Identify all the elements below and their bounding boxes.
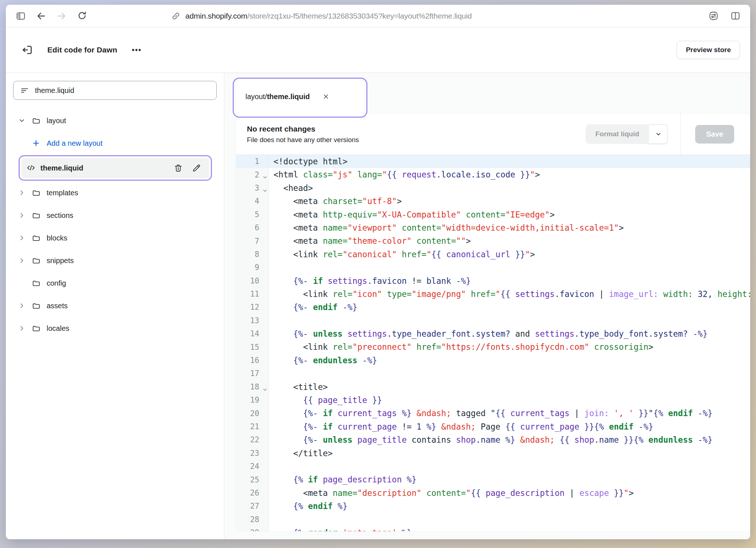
code-line-26[interactable]: <meta name="description" content="{{ pag… [269,486,750,500]
code-line-20[interactable]: {%- if current_tags %} &ndash; tagged "{… [269,407,750,420]
fold-toggle[interactable] [263,173,267,181]
tree-chevron[interactable] [18,257,25,264]
sidebar-item-sections[interactable]: sections [13,204,217,227]
tab-close-icon[interactable] [322,93,330,100]
tree-label: templates [47,189,78,197]
tree-chevron[interactable] [18,302,25,309]
selected-file-annotation: theme.liquid [19,155,212,181]
tree-label: locales [47,324,69,333]
panel-header: No recent changes File does not have any… [236,114,750,155]
sidebar-item-config[interactable]: config [13,272,217,294]
reload-icon[interactable] [76,10,88,22]
code-content[interactable]: <!doctype html><html class="js" lang="{{… [269,155,750,531]
code-line-28[interactable] [269,513,750,526]
rename-icon [192,164,201,173]
code-line-19[interactable]: {{ page_title }} [269,394,750,407]
sidebar-item-theme.liquid[interactable]: theme.liquid [21,158,209,178]
code-editor[interactable]: 1234567891011121314151617181920212223242… [236,155,750,531]
version-status-subtitle: File does not have any other versions [247,136,359,144]
app-header: Edit code for Dawn ••• Preview store [6,27,750,73]
split-view-icon[interactable] [729,10,741,22]
sidebar-toggle-icon[interactable] [15,10,27,22]
sidebar-item-layout[interactable]: layout [13,109,217,132]
format-liquid-dropdown[interactable] [649,124,668,144]
line-number-8: 8 [236,248,268,261]
code-line-17[interactable] [269,367,750,380]
code-line-22[interactable]: {%- unless page_title contains shop.name… [269,433,750,446]
editor-main: layout/theme.liquid No recent changes Fi… [224,73,750,539]
chevron-right-icon [19,325,25,332]
preview-store-button[interactable]: Preview store [677,41,740,59]
forward-icon[interactable] [55,10,68,22]
code-line-24[interactable] [269,460,750,473]
fold-toggle[interactable] [263,186,267,195]
tab-path-prefix: layout/ [245,93,267,101]
sidebar-item-locales[interactable]: locales [13,317,217,340]
file-label: theme.liquid [40,164,83,172]
code-line-14[interactable]: {%- unless settings.type_header_font.sys… [269,327,750,340]
code-line-3[interactable]: <head> [269,181,750,195]
code-line-6[interactable]: <meta name="viewport" content="width=dev… [269,221,750,234]
line-number-7: 7 [236,234,268,247]
sidebar-item-assets[interactable]: assets [13,294,217,317]
code-line-7[interactable]: <meta name="theme-color" content=""> [269,234,750,247]
code-line-27[interactable]: {% endif %} [269,500,750,513]
code-line-11[interactable]: <link rel="icon" type="image/png" href="… [269,287,750,301]
line-number-23: 23 [236,447,268,460]
code-line-4[interactable]: <meta charset="utf-8"> [269,195,750,208]
code-line-1[interactable]: <!doctype html> [269,155,750,168]
code-line-2[interactable]: <html class="js" lang="{{ request.locale… [269,168,750,181]
exit-editor-icon[interactable] [20,42,35,58]
code-line-25[interactable]: {% if page_description %} [269,473,750,486]
code-line-18[interactable]: <title> [269,380,750,394]
code-line-5[interactable]: <meta http-equiv="X-UA-Compatible" conte… [269,208,750,221]
tree-chevron[interactable] [18,235,25,241]
more-actions-button[interactable]: ••• [132,46,142,54]
sidebar-item-snippets[interactable]: snippets [13,249,217,272]
code-line-9[interactable] [269,261,750,274]
code-line-15[interactable]: <link rel="preconnect" href="https://fon… [269,340,750,353]
line-number-6: 6 [236,221,268,234]
address-bar[interactable]: admin.shopify.com/store/rzq1xu-f5/themes… [172,5,472,27]
tree-label: layout [47,117,66,125]
plus-icon [32,139,40,147]
browser-chrome: admin.shopify.com/store/rzq1xu-f5/themes… [6,5,750,27]
save-button[interactable]: Save [695,125,734,144]
line-number-29: 29 [236,526,268,531]
browser-settings-icon[interactable] [707,10,720,22]
chevron-right-icon [19,189,25,196]
add-new-layout-link[interactable]: Add a new layout [13,132,217,154]
line-number-gutter: 1234567891011121314151617181920212223242… [236,155,269,531]
code-line-16[interactable]: {%- endunless -%} [269,354,750,367]
fold-toggle[interactable] [263,385,267,394]
code-line-23[interactable]: </title> [269,447,750,460]
tree-chevron[interactable] [18,212,25,219]
line-number-1: 1 [236,155,268,168]
line-number-27: 27 [236,500,268,513]
back-icon[interactable] [35,10,47,22]
code-line-29[interactable]: {% render 'meta-tags' %} [269,526,750,531]
line-number-13: 13 [236,314,268,327]
code-line-13[interactable] [269,314,750,327]
delete-file-button[interactable] [172,162,184,174]
line-number-17: 17 [236,367,268,380]
folder-icon [32,279,40,287]
page-title: Edit code for Dawn [47,46,117,54]
tree-chevron[interactable] [18,117,25,124]
code-line-10[interactable]: {%- if settings.favicon != blank -%} [269,274,750,287]
line-number-28: 28 [236,513,268,526]
code-line-21[interactable]: {%- if current_page != 1 %} &ndash; Page… [269,420,750,433]
delete-icon [174,164,183,173]
file-search-input[interactable]: theme.liquid [13,81,217,100]
rename-file-button[interactable] [190,162,202,174]
sidebar-item-blocks[interactable]: blocks [13,227,217,249]
sidebar-item-templates[interactable]: templates [13,181,217,204]
code-line-12[interactable]: {%- endif -%} [269,301,750,314]
chevron-right-icon [19,257,25,264]
line-number-3: 3 [236,181,268,195]
tree-chevron[interactable] [18,325,25,332]
format-liquid-button[interactable]: Format liquid [586,124,649,144]
code-line-8[interactable]: <link rel="canonical" href="{{ canonical… [269,248,750,261]
tab-theme-liquid[interactable]: layout/theme.liquid [236,81,364,115]
tree-chevron[interactable] [18,189,25,196]
